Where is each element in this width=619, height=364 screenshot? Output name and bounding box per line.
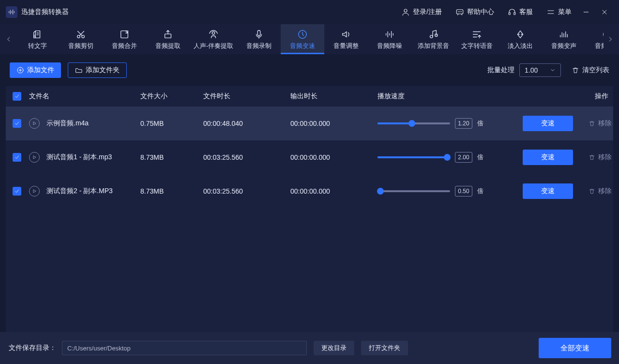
row-checkbox[interactable] (13, 153, 21, 162)
tab-label: 音频变速 (290, 42, 315, 50)
tab-trim[interactable]: 音频剪切 (59, 24, 103, 54)
svg-point-14 (430, 35, 433, 38)
row-checkbox[interactable] (13, 187, 21, 196)
speed-slider[interactable] (377, 190, 450, 192)
command-bar: 添加文件 添加文件夹 批量处理 1.00 清空列表 (0, 54, 619, 86)
add-folder-button[interactable]: 添加文件夹 (68, 62, 127, 78)
service-button[interactable]: 客服 (508, 8, 533, 16)
col-output-duration: 输出时长 (290, 92, 377, 101)
remove-label: 移除 (598, 119, 612, 128)
record-icon (254, 29, 264, 40)
save-path-label: 文件保存目录： (9, 344, 56, 352)
col-file-size: 文件大小 (140, 92, 203, 101)
speed-value-input[interactable]: 1.20 (455, 118, 472, 129)
table-header: 文件名 文件大小 文件时长 输出时长 播放速度 操作 (6, 86, 613, 106)
svg-rect-6 (514, 13, 515, 15)
apply-speed-button[interactable]: 变速 (523, 183, 573, 199)
remove-label: 移除 (598, 187, 612, 196)
speed-value-input[interactable]: 2.00 (455, 152, 472, 163)
apply-speed-button[interactable]: 变速 (523, 150, 573, 165)
remove-button[interactable]: 移除 (573, 187, 612, 196)
file-size: 8.73MB (140, 153, 203, 161)
tab-vocal[interactable]: 人声-伴奏提取 (190, 24, 237, 54)
denoise-icon (384, 29, 395, 40)
table-row: 测试音频1 - 副本.mp3 8.73MB 00:03:25.560 00:00… (6, 140, 613, 174)
toolbar-scroll-right[interactable] (604, 24, 617, 54)
batch-speed-select[interactable]: 1.00 (519, 63, 561, 77)
file-size: 0.75MB (140, 120, 203, 127)
col-ops: 操作 (570, 92, 608, 101)
select-all-checkbox[interactable] (13, 92, 21, 101)
svg-rect-12 (258, 30, 261, 36)
tab-label: 音频提取 (155, 42, 181, 50)
speed-unit: 倍 (477, 153, 483, 162)
tab-volume[interactable]: 音量调整 (324, 24, 368, 54)
tab-pitch[interactable]: 音频变声 (542, 24, 586, 54)
remove-label: 移除 (598, 153, 612, 162)
tab-tts[interactable]: 文字转语音 (455, 24, 498, 54)
tab-denoise[interactable]: 音频降噪 (368, 24, 411, 54)
svg-point-11 (212, 32, 215, 35)
svg-point-4 (461, 12, 462, 12)
output-duration: 00:00:00.000 (290, 120, 377, 127)
tab-extract[interactable]: 音频提取 (146, 24, 190, 54)
login-button[interactable]: 登录/注册 (401, 8, 442, 16)
chevron-down-icon (550, 67, 556, 73)
row-checkbox[interactable] (13, 119, 21, 128)
menu-label: 菜单 (558, 8, 572, 16)
volume-icon (341, 29, 351, 40)
col-file-duration: 文件时长 (203, 92, 290, 101)
file-name: 示例音频.m4a (46, 119, 89, 128)
open-folder-button[interactable]: 打开文件夹 (361, 341, 408, 355)
tab-merge[interactable]: 音频合并 (103, 24, 146, 54)
play-button[interactable] (29, 186, 40, 197)
tts-icon (471, 29, 482, 40)
toolbar-scroll-left[interactable] (2, 24, 15, 54)
apply-speed-button[interactable]: 变速 (523, 116, 573, 131)
tab-label: 音频录制 (246, 42, 272, 50)
tab-fade[interactable]: 淡入淡出 (498, 24, 542, 54)
tab-label: 音频倒放 (595, 42, 604, 50)
speed-icon (297, 29, 308, 40)
save-path-input[interactable]: C:/Users/user/Desktop (62, 341, 307, 355)
table-row: 测试音频2 - 副本.MP3 8.73MB 00:03:25.560 00:00… (6, 174, 613, 208)
file-duration: 00:03:25.560 (203, 187, 290, 195)
save-path-value: C:/Users/user/Desktop (67, 345, 131, 352)
tab-label: 音频剪切 (68, 42, 93, 50)
tab-label: 音频降噪 (377, 42, 402, 50)
menu-button[interactable]: 菜单 (546, 8, 572, 16)
file-name: 测试音频2 - 副本.MP3 (46, 187, 113, 196)
pitch-icon (559, 29, 569, 40)
tab-bgm[interactable]: 添加背景音 (411, 24, 455, 54)
add-file-label: 添加文件 (27, 66, 54, 75)
col-speed: 播放速度 (377, 92, 523, 101)
tab-speed[interactable]: 音频变速 (281, 24, 324, 54)
svg-point-2 (458, 12, 459, 12)
speed-slider[interactable] (377, 156, 450, 158)
fade-icon (515, 29, 526, 40)
play-button[interactable] (29, 152, 40, 163)
trash-icon (572, 66, 579, 74)
change-dir-button[interactable]: 更改目录 (314, 341, 354, 355)
clear-list-button[interactable]: 清空列表 (572, 66, 609, 75)
add-file-button[interactable]: 添加文件 (10, 62, 61, 78)
close-button[interactable] (601, 8, 608, 16)
speed-value-input[interactable]: 0.50 (455, 186, 472, 197)
tab-label: 淡入淡出 (508, 42, 533, 50)
reverse-icon (602, 29, 604, 40)
speed-slider[interactable] (377, 122, 450, 124)
tab-label: 音量调整 (333, 42, 359, 50)
run-all-button[interactable]: 全部变速 (539, 338, 611, 358)
remove-button[interactable]: 移除 (573, 119, 612, 128)
minimize-button[interactable] (582, 8, 590, 16)
remove-button[interactable]: 移除 (573, 153, 612, 162)
table-row: 示例音频.m4a 0.75MB 00:00:48.040 00:00:00.00… (6, 106, 613, 140)
titlebar: 迅捷音频转换器 登录/注册 帮助中心 客服 菜单 (0, 0, 619, 24)
help-button[interactable]: 帮助中心 (455, 8, 494, 16)
file-duration: 00:03:25.560 (203, 153, 290, 161)
tab-label: 转文字 (28, 42, 47, 50)
tab-record[interactable]: 音频录制 (237, 24, 281, 54)
play-button[interactable] (29, 118, 40, 129)
tab-to-text[interactable]: 转文字 (15, 24, 59, 54)
tab-reverse[interactable]: 音频倒放 (586, 24, 604, 54)
